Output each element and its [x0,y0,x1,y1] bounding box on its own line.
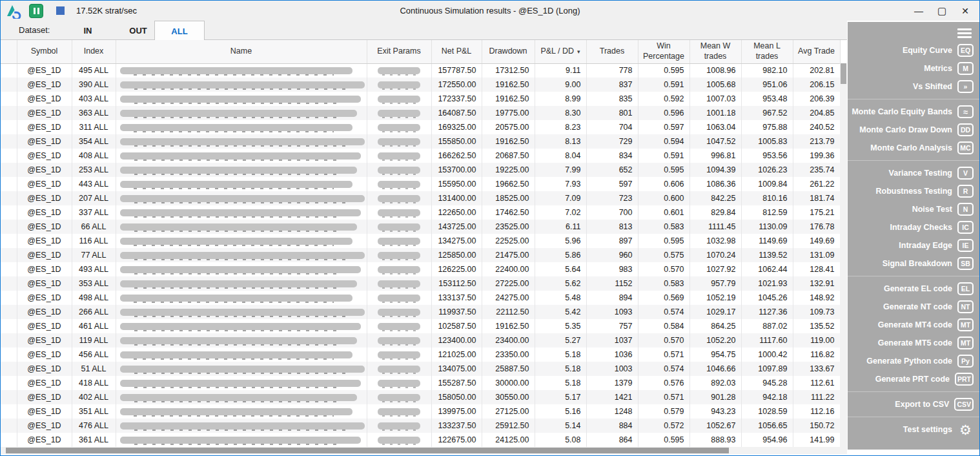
table-row[interactable]: @ES_1D418 ALL155287.5030000.005.1813790.… [1,376,840,390]
column-header-mean-l-trades[interactable]: Mean L trades [741,40,793,63]
minimize-button[interactable]: — [907,1,930,21]
sidebar-item-generate-nt-code[interactable]: Generate NT codeNT [848,298,979,316]
table-row[interactable]: @ES_1D119 ALL123400.0023400.005.2710370.… [1,333,840,347]
table-row[interactable]: @ES_1D207 ALL131400.0018525.007.097230.6… [1,191,840,205]
table-row[interactable]: @ES_1D456 ALL121025.0023350.005.1810360.… [1,347,840,362]
sidebar-item-signal-breakdown[interactable]: Signal BreakdownSB [848,254,979,273]
table-row[interactable]: @ES_1D498 ALL133137.5024275.005.488940.5… [1,291,840,305]
mean-w-cell: 954.75 [689,347,741,362]
pause-button[interactable] [29,4,43,18]
table-row[interactable]: @ES_1D476 ALL133237.5025912.505.148840.5… [1,419,840,433]
tab-dataset-in[interactable]: IN [65,21,110,40]
mean-l-cell: 1000.42 [741,347,793,362]
table-row[interactable]: @ES_1D402 ALL158050.0030550.005.1714210.… [1,390,840,404]
table-row[interactable]: @ES_1D266 ALL119937.5022112.505.4210930.… [1,305,840,319]
column-header-name[interactable]: Name [116,40,367,63]
sidebar-item-export-to-csv[interactable]: Export to CSVCSV [848,395,979,413]
table-row[interactable]: @ES_1D363 ALL164087.5019775.008.308010.5… [1,106,840,120]
table-row[interactable]: @ES_1D354 ALL155850.0019162.508.137290.5… [1,134,840,149]
net-pnl-cell: 123400.00 [431,333,482,347]
sidebar-item-generate-mt5-code[interactable]: Generate MT5 codeMT [848,334,979,352]
sidebar-item-robustness-testing[interactable]: Robustness TestingR [848,182,979,200]
tab-dataset-all[interactable]: ALL [154,21,205,41]
index-cell: 498 ALL [72,291,116,305]
table-row[interactable]: @ES_1D353 ALL153112.5027225.005.6211520.… [1,276,840,291]
vertical-scrollbar-thumb[interactable] [841,63,846,84]
sidebar-item-vs-shifted[interactable]: Vs Shifted» [848,78,979,96]
sidebar-item-generate-python-code[interactable]: Generate Python codePy [848,352,979,370]
close-button[interactable]: ✕ [954,1,977,21]
exit-params-cell-redacted [367,390,431,404]
sidebar-item-metrics[interactable]: MetricsM [848,59,979,78]
column-header-mean-w-trades[interactable]: Mean W trades [689,40,741,63]
column-header-index[interactable]: Index [72,40,116,63]
redacted-exit-params-bar [378,195,420,202]
symbol-cell: @ES_1D [17,234,72,248]
vertical-scrollbar[interactable] [840,63,847,447]
exit-params-cell-redacted [367,78,431,92]
sidebar-item-label: Monte Carlo Draw Down [859,125,952,134]
sidebar-item-noise-test[interactable]: Noise TestN [848,200,979,218]
drawdown-cell: 23525.00 [482,220,535,234]
avg-trade-cell: 199.36 [793,149,840,163]
sidebar-item-intraday-checks[interactable]: Intraday ChecksIC [848,218,979,236]
win-pct-cell: 0.570 [638,262,689,276]
table-row[interactable]: @ES_1D390 ALL172550.0019162.509.008370.5… [1,78,840,92]
app-logo-icon [6,3,21,19]
net-pnl-cell: 102587.50 [431,319,482,333]
sidebar-item-monte-carlo-analysis[interactable]: Monte Carlo AnalysisMC [848,139,979,157]
drawdown-cell: 19162.50 [482,92,535,106]
sidebar-item-monte-carlo-draw-down[interactable]: Monte Carlo Draw DownDD [848,121,979,139]
index-cell: 402 ALL [72,390,116,404]
table-row[interactable]: @ES_1D443 ALL155950.0019662.507.935970.6… [1,177,840,191]
table-row[interactable]: @ES_1D493 ALL126225.0022400.005.649830.5… [1,262,840,276]
table-row[interactable]: @ES_1D253 ALL153700.0019225.007.996520.5… [1,163,840,177]
table-row[interactable]: @ES_1D361 ALL122675.0024125.005.088640.5… [1,433,840,447]
column-header-trades[interactable]: Trades [586,40,638,63]
table-row[interactable]: @ES_1D66 ALL143725.0023525.006.118130.58… [1,220,840,234]
table-row[interactable]: @ES_1D408 ALL166262.5020687.508.048340.5… [1,149,840,163]
horizontal-scrollbar-thumb[interactable] [6,448,729,453]
avg-trade-cell: 204.85 [793,106,840,120]
sidebar-item-intraday-edge[interactable]: Intraday EdgeIE [848,236,979,254]
column-header-p-l-dd[interactable]: P&L / DD▾ [535,40,586,63]
drawdown-cell: 22112.50 [482,305,535,319]
redacted-name-bar [120,252,365,259]
horizontal-scrollbar[interactable] [1,447,847,454]
column-header-exit-params[interactable]: Exit Params [367,40,431,63]
column-header-symbol[interactable]: Symbol [17,40,72,63]
table-row[interactable]: @ES_1D311 ALL169325.0020575.008.237040.5… [1,120,840,134]
column-header-avg-trade[interactable]: Avg Trade [793,40,840,63]
table-row[interactable]: @ES_1D495 ALL157787.5017312.509.117780.5… [1,63,840,78]
table-row[interactable]: @ES_1D51 ALL134075.0025887.505.1810030.5… [1,362,840,376]
column-header-drawdown[interactable]: Drawdown [482,40,535,63]
sidebar-item-test-settings[interactable]: Test settings⚙ [848,420,979,439]
stop-button[interactable] [56,6,65,15]
pnl-dd-cell: 5.18 [535,376,586,390]
table-row[interactable]: @ES_1D351 ALL139975.0027125.005.1612480.… [1,404,840,419]
name-cell-redacted [116,291,367,305]
sidebar-item-generate-el-code[interactable]: Generate EL codeEL [848,280,979,298]
maximize-button[interactable]: ▢ [930,1,954,21]
table-row[interactable]: @ES_1D461 ALL102587.5019162.505.357570.5… [1,319,840,333]
menu-icon[interactable] [848,25,979,41]
name-cell-redacted [116,234,367,248]
table-row[interactable]: @ES_1D403 ALL172337.5019162.508.998350.5… [1,92,840,106]
sidebar-item-generate-prt-code[interactable]: Generate PRT codePRT [848,370,979,388]
row-spacer-cell [1,78,17,92]
sidebar-item-equity-curve[interactable]: Equity CurveEQ [848,41,979,59]
table-row[interactable]: @ES_1D337 ALL122650.0017462.507.027000.6… [1,205,840,220]
column-header-win-percentage[interactable]: Win Percentage [638,40,689,63]
sidebar-item-generate-mt4-code[interactable]: Generate MT4 codeMT [848,316,979,334]
table-row[interactable]: @ES_1D116 ALL134275.0022525.005.968970.5… [1,234,840,248]
sidebar-item-variance-testing[interactable]: Variance TestingV [848,164,979,182]
trades-cell: 704 [586,120,638,134]
win-pct-cell: 0.595 [638,234,689,248]
mean-w-cell: 1032.98 [689,234,741,248]
sidebar-item-monte-carlo-equity-bands[interactable]: Monte Carlo Equity Bands≈ [848,103,979,121]
redacted-exit-params-bar [378,96,420,103]
table-row[interactable]: @ES_1D77 ALL125850.0021475.005.869600.57… [1,248,840,262]
mean-l-cell: 810.16 [741,191,793,205]
column-header-net-p-l[interactable]: Net P&L [431,40,482,63]
avg-trade-cell: 181.74 [793,191,840,205]
